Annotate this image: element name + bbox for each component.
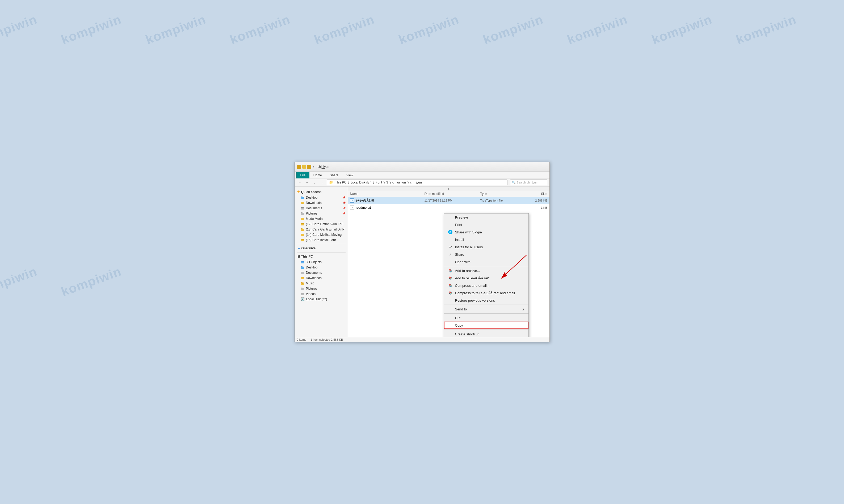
file-type-ttf: TrueType font file	[480, 199, 518, 202]
tab-share[interactable]: Share	[326, 172, 342, 178]
sidebar-item-pictures[interactable]: Pictures 📌	[295, 211, 348, 216]
ctx-item-skype[interactable]: S Share with Skype	[444, 228, 529, 236]
file-size-readme: 1 KB	[518, 206, 547, 209]
quick-access-header[interactable]: ★ Quick access	[295, 189, 348, 195]
ribbon: File Home Share View	[295, 172, 549, 178]
sidebar-item-15[interactable]: (15) Cara Install Font	[295, 237, 348, 243]
ctx-item-install-all[interactable]: 🛡 Install for all users	[444, 243, 529, 251]
ctx-item-compress-rar-email[interactable]: 📚 Compress to "é+é-éGÂå.rar" and email	[444, 289, 529, 296]
folder-14-icon	[300, 233, 304, 237]
svg-rect-48	[301, 293, 304, 295]
svg-rect-11	[301, 213, 304, 215]
pin-icon-documents: 📌	[343, 207, 346, 210]
col-date-header[interactable]: Date modified	[425, 192, 480, 196]
sidebar-divider-1	[297, 244, 346, 244]
svg-rect-26	[301, 239, 304, 241]
path-local-disk[interactable]: Local Disk (E:)	[351, 181, 372, 184]
path-sep-2: ❯	[373, 181, 375, 184]
skype-icon: S	[448, 230, 452, 234]
txt-file-icon: ≡	[350, 205, 354, 210]
pictures2-folder-icon	[300, 287, 304, 290]
sidebar-item-desktop2[interactable]: Desktop	[295, 265, 348, 270]
ctx-item-add-rar[interactable]: 📚 Add to "é+é-éGÂå.rar"	[444, 274, 529, 282]
ctx-item-print[interactable]: Print	[444, 221, 529, 228]
open-with-icon	[448, 260, 452, 264]
file-row-readme[interactable]: ≡ readme.txt 1 KB	[348, 204, 549, 211]
up-button[interactable]: ↑	[319, 180, 325, 185]
folder-title-icon2	[307, 165, 311, 169]
ctx-item-open-with[interactable]: Open with...	[444, 258, 529, 266]
ctx-item-copy[interactable]: Copy	[444, 322, 529, 329]
path-cjyunjun[interactable]: c_jyunjun	[392, 181, 406, 184]
cut-icon	[448, 316, 452, 320]
ctx-item-send-to[interactable]: Send to ❯	[444, 305, 529, 313]
recent-button[interactable]: ⌄	[312, 180, 318, 185]
status-bar: 2 items 1 item selected 2,588 KB	[295, 337, 549, 342]
svg-text:♫: ♫	[302, 283, 303, 285]
tab-home[interactable]: Home	[309, 172, 326, 178]
sidebar-item-14[interactable]: (14) Cara Melihat Moving	[295, 232, 348, 237]
address-path[interactable]: 📁 This PC ❯ Local Disk (E:) ❯ Font ❯ 3 ❯…	[327, 180, 507, 185]
sidebar-divider-2	[297, 252, 346, 253]
path-chi-jyun[interactable]: chi_jyun	[410, 181, 422, 184]
sidebar-item-13[interactable]: (13) Cara Ganti Email Di IP	[295, 227, 348, 232]
sidebar-item-13-label: (13) Cara Ganti Email Di IP	[306, 228, 345, 231]
ctx-install-label: Install	[455, 238, 464, 242]
sidebar-item-3d[interactable]: 3D Objects	[295, 259, 348, 265]
ctx-item-preview[interactable]: Preview	[444, 214, 529, 221]
rar-icon-1: 📚	[448, 268, 452, 273]
sidebar-item-music[interactable]: ♫ Music	[295, 281, 348, 286]
share-icon: ↗	[448, 252, 452, 256]
sidebar-item-desktop[interactable]: Desktop 📌	[295, 195, 348, 200]
ctx-divider-4	[444, 329, 529, 330]
ctx-item-cut[interactable]: Cut	[444, 314, 529, 322]
tab-file[interactable]: File	[296, 172, 309, 178]
pin-icon-desktop: 📌	[343, 196, 346, 199]
col-name-header[interactable]: Name	[350, 192, 425, 196]
quick-access-star-icon: ★	[297, 190, 300, 194]
path-this-pc[interactable]: This PC	[335, 181, 347, 184]
path-font[interactable]: Font	[376, 181, 382, 184]
ctx-add-rar-label: Add to "é+é-éGÂå.rar"	[455, 276, 490, 280]
title-bar-icons: ▾	[297, 165, 315, 169]
ctx-item-restore[interactable]: Restore previous versions	[444, 296, 529, 304]
search-button[interactable]: 🔍 Search chi_jyun	[510, 180, 547, 185]
shield-icon: 🛡	[448, 245, 452, 249]
ribbon-tabs: File Home Share View	[295, 172, 549, 178]
ctx-item-add-archive[interactable]: 📚 Add to archive...	[444, 267, 529, 274]
sidebar-item-downloads2[interactable]: Downloads	[295, 275, 348, 281]
sidebar-item-downloads[interactable]: ↓ Downloads 📌	[295, 200, 348, 205]
ttf-file-icon: A	[350, 198, 354, 203]
sidebar-item-videos[interactable]: Videos	[295, 291, 348, 296]
ctx-item-install[interactable]: Install	[444, 236, 529, 243]
ctx-install-all-label: Install for all users	[455, 245, 483, 249]
this-pc-icon: 🖥	[297, 255, 300, 258]
this-pc-header[interactable]: 🖥 This PC	[295, 254, 348, 259]
sidebar-item-desktop2-label: Desktop	[306, 266, 318, 269]
file-row-ttf[interactable]: A é+é-éGÂå.ttf 11/17/2019 11:13 PM TrueT…	[348, 197, 549, 204]
documents-folder-icon	[300, 206, 304, 210]
ctx-item-compress-email[interactable]: 📚 Compress and email...	[444, 282, 529, 289]
sidebar-item-documents[interactable]: Documents 📌	[295, 205, 348, 211]
col-size-header[interactable]: Size	[518, 192, 547, 196]
sidebar-item-local-disk[interactable]: 💽 Local Disk (C:)	[295, 296, 348, 302]
svg-rect-17	[301, 223, 304, 226]
install-icon	[448, 237, 452, 242]
svg-rect-38	[301, 277, 304, 280]
tab-view[interactable]: View	[342, 172, 357, 178]
sidebar-item-pictures2-label: Pictures	[306, 287, 317, 290]
onedrive-header[interactable]: ☁ OneDrive	[295, 245, 348, 251]
path-3[interactable]: 3	[386, 181, 388, 184]
back-button[interactable]: ←	[297, 180, 303, 185]
sidebar-item-pictures2[interactable]: Pictures	[295, 286, 348, 291]
sidebar-item-madu-muria[interactable]: Madu Muria	[295, 216, 348, 221]
sidebar-item-12[interactable]: (12) Cara Daftar Akun IPO	[295, 221, 348, 227]
ctx-item-share[interactable]: ↗ Share	[444, 251, 529, 258]
col-type-header[interactable]: Type	[480, 192, 518, 196]
sidebar-item-documents2[interactable]: Documents	[295, 270, 348, 275]
onedrive-label: OneDrive	[302, 247, 315, 250]
ctx-preview-label: Preview	[455, 215, 468, 219]
ctx-item-create-shortcut[interactable]: Create shortcut	[444, 330, 529, 337]
forward-button[interactable]: →	[304, 180, 310, 185]
svg-rect-30	[301, 261, 303, 262]
